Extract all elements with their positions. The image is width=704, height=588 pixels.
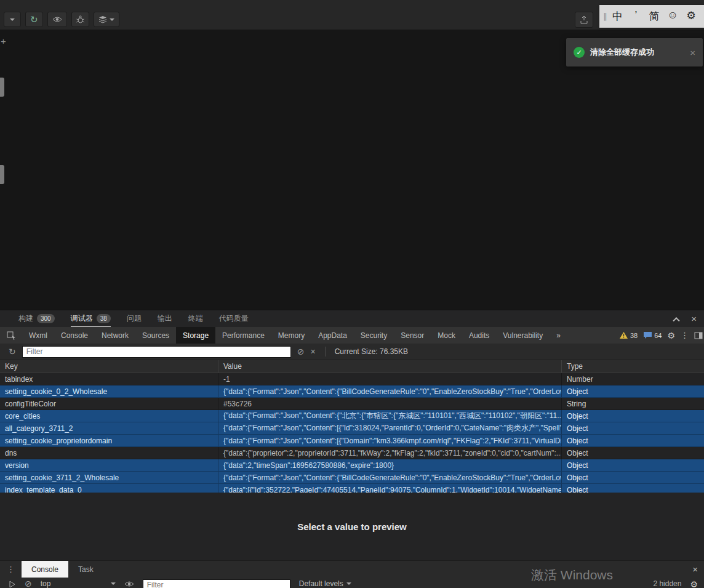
row-type-cell: Object — [562, 484, 704, 493]
table-row[interactable]: configTitleColor#53c726String — [0, 398, 704, 410]
table-row[interactable]: core_cities{"data":{"Format":"Json","Con… — [0, 410, 704, 422]
chat-bubble-icon — [643, 331, 652, 339]
console-close-icon[interactable]: × — [692, 561, 704, 578]
column-header-key[interactable]: Key — [0, 360, 218, 373]
row-value-cell: {"data":{"Format":"Json","Content":{"Bil… — [218, 472, 562, 483]
devtools-tab-mock[interactable]: Mock — [431, 327, 462, 344]
row-key-cell: setting_cookie_0_2_Wholesale — [0, 385, 218, 397]
panel-tab[interactable]: 输出 — [158, 310, 172, 327]
console-settings-icon[interactable]: ⚙ — [690, 579, 698, 588]
chinese-mode-icon[interactable]: 中 — [609, 9, 627, 23]
devtools-tab-[interactable]: » — [550, 327, 567, 344]
storage-refresh-icon[interactable]: ↻ — [9, 347, 16, 356]
devtools-tab-memory[interactable]: Memory — [271, 327, 311, 344]
devtools-tab-network[interactable]: Network — [95, 327, 135, 344]
console-toolbar: ⊘ top Default levels 2 hidden ⚙ — [0, 578, 704, 588]
table-row[interactable]: version{"data":2,"timeSpan":169562758088… — [0, 459, 704, 472]
devtools-tab-wxml[interactable]: Wxml — [22, 327, 54, 344]
device-dropdown-button[interactable] — [4, 12, 21, 27]
row-type-cell: Object — [562, 435, 704, 446]
punctuation-mode-icon[interactable]: ’ — [626, 9, 645, 23]
table-row[interactable]: dns{"data":{"proprietor":2,"proprietorId… — [0, 447, 704, 459]
table-row[interactable]: all_category_3711_2{"data":{"Format":"Js… — [0, 422, 704, 435]
upload-button[interactable] — [575, 12, 593, 28]
close-panel-icon[interactable]: × — [691, 314, 697, 323]
add-page-button[interactable]: + — [1, 36, 6, 46]
panel-tab-label: 构建 — [18, 313, 33, 324]
devtools-tab-appdata[interactable]: AppData — [311, 327, 354, 344]
panel-tab[interactable]: 终端 — [188, 310, 203, 327]
row-value-cell: {"data":{"Format":"Json","Content":[{"Do… — [218, 435, 562, 446]
devtools-tab-console[interactable]: Console — [54, 327, 95, 344]
ime-toolbar: ∥ 中’简☺⚙ — [599, 5, 704, 28]
debug-button[interactable] — [71, 12, 89, 27]
inspect-icon — [7, 331, 16, 340]
devtools-tab-sensor[interactable]: Sensor — [394, 327, 431, 344]
dock-side-icon[interactable] — [694, 332, 703, 339]
panel-tab[interactable]: 构建300 — [18, 310, 55, 327]
simplified-mode-icon[interactable]: 简 — [645, 9, 663, 23]
row-key-cell: all_category_3711_2 — [0, 422, 218, 434]
table-row[interactable]: setting_cookie_proprietordomain{"data":{… — [0, 435, 704, 447]
collapsed-sidebar-handle[interactable] — [0, 165, 4, 184]
devtools-menu-icon[interactable]: ⋮ — [681, 331, 689, 340]
row-value-cell: {"data":[{"Id":352722,"PageId":47405514,… — [218, 484, 562, 493]
panel-tab-label: 终端 — [188, 313, 203, 324]
emoji-picker-icon[interactable]: ☺ — [663, 9, 682, 23]
devtools-tab-sources[interactable]: Sources — [135, 327, 176, 344]
messages-indicator[interactable]: 64 — [643, 331, 662, 339]
log-levels-label: Default levels — [299, 579, 343, 588]
inspect-element-button[interactable] — [0, 327, 22, 344]
console-tab-bar: ⋮ Console Task × — [0, 560, 704, 578]
panel-tab[interactable]: 调试器38 — [71, 310, 111, 327]
table-row[interactable]: index_template_data_0{"data":[{"Id":3527… — [0, 484, 704, 493]
storage-table-body: tabindex-1Numbersetting_cookie_0_2_Whole… — [0, 373, 704, 493]
column-header-type[interactable]: Type — [562, 360, 704, 373]
row-key-cell: setting_cookie_proprietordomain — [0, 435, 218, 446]
run-icon[interactable] — [9, 581, 16, 588]
warnings-indicator[interactable]: 38 — [619, 331, 638, 339]
devtools-tab-audits[interactable]: Audits — [462, 327, 496, 344]
table-row[interactable]: tabindex-1Number — [0, 373, 704, 385]
panel-window-controls: × — [674, 310, 697, 327]
refresh-button[interactable]: ↻ — [25, 12, 43, 27]
toast-close-icon[interactable]: × — [690, 47, 695, 58]
clear-storage-icon[interactable]: ⊘ — [297, 347, 305, 356]
console-filter-input[interactable] — [143, 579, 290, 588]
eye-icon[interactable] — [124, 581, 134, 587]
tab-task[interactable]: Task — [68, 561, 103, 578]
preview-button[interactable] — [47, 12, 67, 27]
table-row[interactable]: setting_cookie_0_2_Wholesale{"data":{"Fo… — [0, 385, 704, 398]
ime-settings-icon[interactable]: ⚙ — [682, 9, 700, 23]
devtools-settings-icon[interactable]: ⚙ — [667, 331, 675, 340]
devtools-tab-storage[interactable]: Storage — [176, 327, 215, 344]
row-key-cell: tabindex — [0, 373, 218, 385]
column-header-value[interactable]: Value — [218, 360, 562, 373]
devtools-tab-performance[interactable]: Performance — [215, 327, 271, 344]
context-selector[interactable]: top — [41, 579, 116, 588]
preview-placeholder-text: Select a value to preview — [297, 522, 407, 532]
row-key-cell: setting_cookie_3711_2_Wholesale — [0, 472, 218, 483]
panel-tab[interactable]: 代码质量 — [219, 310, 249, 327]
panel-tab[interactable]: 问题 — [127, 310, 142, 327]
delete-entry-icon[interactable]: × — [310, 347, 315, 356]
log-levels-dropdown[interactable]: Default levels — [299, 579, 351, 588]
devtools-tab-security[interactable]: Security — [354, 327, 394, 344]
console-menu-icon[interactable]: ⋮ — [0, 561, 22, 578]
toast-message: 清除全部缓存成功 — [590, 47, 654, 58]
devtools-tabs: WxmlConsoleNetworkSourcesStoragePerforma… — [22, 327, 567, 344]
devtools-tab-vulnerability[interactable]: Vulnerability — [496, 327, 550, 344]
ime-grip-handle[interactable]: ∥ — [603, 12, 607, 21]
storage-filter-input[interactable] — [22, 346, 291, 358]
tab-console[interactable]: Console — [22, 561, 68, 578]
bug-icon — [76, 15, 84, 23]
collapsed-sidebar-handle[interactable] — [0, 78, 4, 97]
collapse-panel-icon[interactable] — [673, 317, 680, 324]
row-value-cell: #53c726 — [218, 398, 562, 409]
row-type-cell: Number — [562, 373, 704, 385]
row-value-cell: -1 — [218, 373, 562, 385]
table-row[interactable]: setting_cookie_3711_2_Wholesale{"data":{… — [0, 472, 704, 484]
panel-tab-badge: 38 — [97, 314, 111, 323]
clear-console-icon[interactable]: ⊘ — [25, 579, 32, 588]
compile-mode-button[interactable] — [94, 12, 119, 27]
